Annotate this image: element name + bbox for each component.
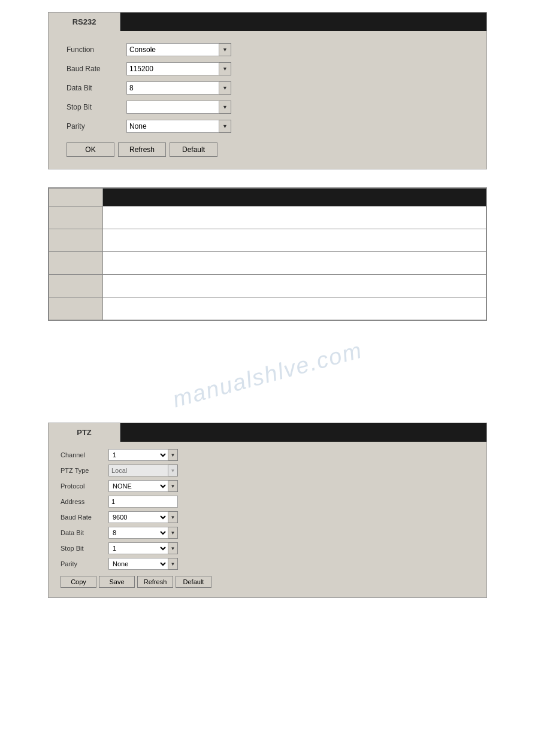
baud-rate-select[interactable]: 115200 57600 38400 19200 9600 bbox=[126, 62, 219, 75]
ptz-baud-dropdown-btn[interactable]: ▼ bbox=[168, 511, 178, 523]
ptz-type-label: PTZ Type bbox=[61, 467, 108, 474]
table-cell-label-5 bbox=[49, 297, 103, 320]
table-cell-value-2 bbox=[103, 229, 486, 252]
rs232-panel: RS232 Function Console Keyboard Transpar… bbox=[48, 12, 487, 169]
rs232-button-row: OK Refresh Default bbox=[67, 142, 468, 157]
ptz-baud-row: Baud Rate 9600 19200 38400 57600 115200 … bbox=[61, 511, 474, 523]
ptz-channel-select[interactable]: 1 2 3 4 bbox=[108, 449, 168, 461]
ptz-protocol-label: Protocol bbox=[61, 482, 108, 490]
parity-combo: None Odd Even ▼ bbox=[126, 120, 231, 133]
parity-label: Parity bbox=[67, 122, 126, 130]
ptz-parity-label: Parity bbox=[61, 560, 108, 567]
watermark-label: manualshlve.com bbox=[170, 337, 365, 412]
ptz-parity-combo: None Odd Even ▼ bbox=[108, 558, 178, 570]
ptz-type-combo: ▼ bbox=[108, 464, 178, 476]
table-cell-value-1 bbox=[103, 207, 486, 229]
baud-rate-row: Baud Rate 115200 57600 38400 19200 9600 … bbox=[67, 62, 468, 75]
ptz-protocol-combo: NONE PELCO-D PELCO-P SAMSUNG VISCA ▼ bbox=[108, 480, 178, 492]
stop-bit-label: Stop Bit bbox=[67, 103, 126, 111]
ptz-baud-select[interactable]: 9600 19200 38400 57600 115200 bbox=[108, 511, 168, 523]
function-combo: Console Keyboard Transparent ▼ bbox=[126, 43, 231, 56]
ptz-title: PTZ bbox=[49, 423, 120, 442]
ptz-parity-select[interactable]: None Odd Even bbox=[108, 558, 168, 570]
ptz-stopbit-combo: 1 2 ▼ bbox=[108, 542, 178, 554]
parity-select[interactable]: None Odd Even bbox=[126, 120, 219, 133]
rs232-refresh-button[interactable]: Refresh bbox=[118, 142, 166, 157]
ptz-address-row: Address bbox=[61, 496, 474, 508]
table-cell-label-4 bbox=[49, 275, 103, 297]
ptz-stopbit-dropdown-btn[interactable]: ▼ bbox=[168, 542, 178, 554]
ptz-title-text: PTZ bbox=[77, 428, 92, 437]
ptz-copy-button[interactable]: Copy bbox=[61, 576, 96, 588]
table-cell-value-3 bbox=[103, 252, 486, 275]
ptz-protocol-dropdown-btn[interactable]: ▼ bbox=[168, 480, 178, 492]
table-cell-label-3 bbox=[49, 252, 103, 275]
ptz-save-button[interactable]: Save bbox=[99, 576, 135, 588]
function-label: Function bbox=[67, 45, 126, 54]
ptz-protocol-row: Protocol NONE PELCO-D PELCO-P SAMSUNG VI… bbox=[61, 480, 474, 492]
table-row bbox=[49, 297, 486, 320]
table-cell-label-2 bbox=[49, 229, 103, 252]
data-bit-dropdown-btn[interactable]: ▼ bbox=[219, 81, 231, 95]
data-bit-row: Data Bit 8 7 6 5 ▼ bbox=[67, 81, 468, 95]
baud-rate-dropdown-btn[interactable]: ▼ bbox=[219, 62, 231, 75]
ptz-refresh-button[interactable]: Refresh bbox=[137, 576, 173, 588]
ptz-baud-label: Baud Rate bbox=[61, 514, 108, 521]
ptz-title-bar bbox=[120, 423, 486, 442]
ptz-databit-label: Data Bit bbox=[61, 529, 108, 536]
data-bit-combo: 8 7 6 5 ▼ bbox=[126, 81, 231, 95]
table-header-col2 bbox=[103, 189, 486, 207]
ptz-channel-row: Channel 1 2 3 4 ▼ bbox=[61, 449, 474, 461]
parity-dropdown-btn[interactable]: ▼ bbox=[219, 120, 231, 133]
ptz-type-dropdown-btn: ▼ bbox=[168, 464, 178, 476]
function-dropdown-btn[interactable]: ▼ bbox=[219, 43, 231, 56]
table-row bbox=[49, 275, 486, 297]
rs232-body: Function Console Keyboard Transparent ▼ … bbox=[49, 31, 486, 169]
baud-rate-label: Baud Rate bbox=[67, 65, 126, 73]
function-row: Function Console Keyboard Transparent ▼ bbox=[67, 43, 468, 56]
ptz-databit-dropdown-btn[interactable]: ▼ bbox=[168, 527, 178, 539]
ptz-address-input[interactable] bbox=[108, 496, 178, 508]
ptz-button-row: Copy Save Refresh Default bbox=[61, 576, 474, 588]
ptz-type-field bbox=[108, 464, 168, 476]
ptz-stopbit-label: Stop Bit bbox=[61, 545, 108, 552]
table-row bbox=[49, 229, 486, 252]
ptz-stopbit-row: Stop Bit 1 2 ▼ bbox=[61, 542, 474, 554]
stop-bit-select[interactable]: 1 2 bbox=[126, 101, 219, 114]
ptz-stopbit-select[interactable]: 1 2 bbox=[108, 542, 168, 554]
ptz-databit-combo: 8 7 6 5 ▼ bbox=[108, 527, 178, 539]
stop-bit-combo: 1 2 ▼ bbox=[126, 101, 231, 114]
table-row bbox=[49, 252, 486, 275]
rs232-title-bar bbox=[120, 13, 486, 31]
ptz-parity-row: Parity None Odd Even ▼ bbox=[61, 558, 474, 570]
rs232-header: RS232 bbox=[49, 13, 486, 31]
mid-table bbox=[49, 188, 486, 320]
rs232-default-button[interactable]: Default bbox=[170, 142, 217, 157]
stop-bit-dropdown-btn[interactable]: ▼ bbox=[219, 101, 231, 114]
parity-row: Parity None Odd Even ▼ bbox=[67, 120, 468, 133]
table-row bbox=[49, 207, 486, 229]
ptz-databit-select[interactable]: 8 7 6 5 bbox=[108, 527, 168, 539]
ptz-channel-label: Channel bbox=[61, 451, 108, 459]
ptz-type-row: PTZ Type ▼ bbox=[61, 464, 474, 476]
data-bit-label: Data Bit bbox=[67, 84, 126, 92]
table-header-row bbox=[49, 189, 486, 207]
ptz-baud-combo: 9600 19200 38400 57600 115200 ▼ bbox=[108, 511, 178, 523]
ptz-channel-dropdown-btn[interactable]: ▼ bbox=[168, 449, 178, 461]
ptz-default-button[interactable]: Default bbox=[176, 576, 211, 588]
function-select[interactable]: Console Keyboard Transparent bbox=[126, 43, 219, 56]
ptz-parity-dropdown-btn[interactable]: ▼ bbox=[168, 558, 178, 570]
ptz-header: PTZ bbox=[49, 423, 486, 442]
ptz-protocol-select[interactable]: NONE PELCO-D PELCO-P SAMSUNG VISCA bbox=[108, 480, 168, 492]
ptz-databit-row: Data Bit 8 7 6 5 ▼ bbox=[61, 527, 474, 539]
rs232-title-text: RS232 bbox=[72, 17, 96, 26]
ptz-address-label: Address bbox=[61, 498, 108, 505]
ptz-panel: PTZ Channel 1 2 3 4 ▼ PTZ bbox=[48, 423, 487, 598]
table-cell-value-5 bbox=[103, 297, 486, 320]
rs232-ok-button[interactable]: OK bbox=[67, 142, 114, 157]
baud-rate-combo: 115200 57600 38400 19200 9600 ▼ bbox=[126, 62, 231, 75]
table-cell-label-1 bbox=[49, 207, 103, 229]
data-bit-select[interactable]: 8 7 6 5 bbox=[126, 81, 219, 95]
table-header-col1 bbox=[49, 189, 103, 207]
stop-bit-row: Stop Bit 1 2 ▼ bbox=[67, 101, 468, 114]
